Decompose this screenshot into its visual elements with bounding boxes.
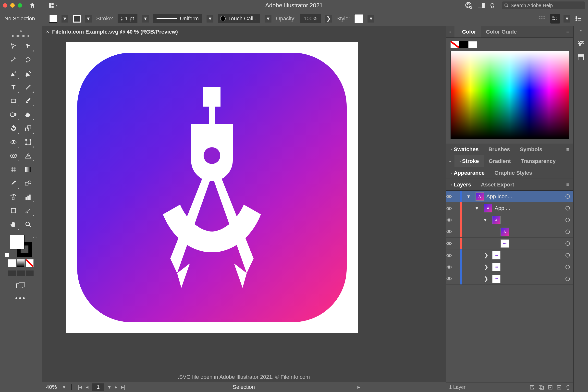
slice-tool[interactable] [21,204,36,218]
brush-definition-menu[interactable]: ▾ [264,15,272,22]
user-account-icon[interactable] [465,2,472,9]
last-artboard-button[interactable]: ▸| [121,384,126,390]
fill-stroke-control[interactable]: ⤺ [10,235,32,257]
swap-fill-stroke-icon[interactable]: ⤺ [32,234,37,240]
eraser-tool[interactable] [21,108,36,122]
draw-inside[interactable] [26,270,34,276]
stroke-weight-stepper[interactable]: ▴▾ [121,16,122,21]
visibility-toggle[interactable] [446,218,458,222]
layer-row[interactable]: ❯••• [446,250,573,261]
visibility-toggle[interactable] [446,253,458,258]
eyedropper-tool[interactable] [6,176,21,190]
tab-stroke[interactable]: Stroke [454,155,484,167]
layer-row[interactable]: ▾A [446,214,573,226]
scale-tool[interactable] [21,122,36,135]
color-panel-menu[interactable]: ≡ [562,29,573,35]
make-clipping-mask-button[interactable] [538,385,544,390]
rotate-tool[interactable] [6,122,21,135]
column-graph-tool[interactable] [21,190,36,204]
tab-appearance[interactable]: Appearance [446,167,490,178]
document-tab[interactable]: × FileInfo.com Example.svg @ 40 % (RGB/P… [42,26,446,38]
canvas[interactable]: .SVG file open in Adobe Illustrator 2021… [42,38,446,382]
stroke-weight-menu[interactable]: ▾ [142,15,149,22]
tab-graphic-styles[interactable]: Graphic Styles [490,167,537,178]
layer-name[interactable]: App Icon... [486,193,563,200]
opacity-menu[interactable]: ❯ [325,15,332,22]
gradient-tool[interactable] [21,163,36,176]
tab-layers[interactable]: Layers [446,179,476,190]
layer-disclosure[interactable]: ❯ [484,276,490,282]
shaper-tool[interactable] [6,108,21,122]
opacity-input[interactable]: 100% [300,14,321,23]
zoom-tool[interactable] [21,218,36,231]
prev-artboard-button[interactable]: ◂ [86,384,88,390]
layer-disclosure[interactable]: ❯ [484,252,490,258]
minimize-window-button[interactable] [10,3,15,8]
layer-disclosure[interactable]: ❯ [484,264,490,270]
dock-expand-button[interactable]: » [580,28,582,33]
color-swatch-black[interactable] [460,41,468,48]
layer-target[interactable] [566,253,570,258]
magic-wand-tool[interactable] [6,53,21,67]
layer-row[interactable]: ❯••• [446,261,573,273]
curvature-tool[interactable] [21,67,36,80]
visibility-toggle[interactable] [446,230,458,234]
transform-panel-icon[interactable] [550,14,560,24]
color-swatch-white[interactable] [468,41,477,48]
layer-disclosure[interactable]: ▾ [484,217,490,223]
fill-swatch[interactable] [49,15,57,22]
layer-target[interactable] [566,218,570,222]
artboard-number-input[interactable]: 1 [92,384,104,391]
edit-toolbar-button[interactable]: ••• [15,294,26,302]
tab-asset-export[interactable]: Asset Export [476,179,519,190]
layer-target[interactable] [566,241,570,246]
toolbar-collapse-button[interactable]: « [0,28,42,34]
transform-panel-menu[interactable]: ▾ [564,15,570,22]
lasso-tool[interactable] [21,53,36,67]
layer-row[interactable]: A [446,226,573,238]
default-fill-stroke-icon[interactable] [5,253,9,257]
status-menu-button[interactable]: ▸ [358,384,360,390]
pen-tool[interactable] [6,67,21,80]
draw-behind[interactable] [17,270,25,276]
visibility-toggle[interactable] [446,194,458,199]
create-new-layer-button[interactable] [557,385,562,390]
color-mode-gradient[interactable] [17,259,25,267]
color-mode-solid[interactable] [8,259,16,267]
layer-disclosure[interactable]: ▾ [467,193,473,200]
default-fill-swatch[interactable] [10,235,24,250]
delete-layer-button[interactable] [566,385,570,390]
layer-row[interactable]: ▾AApp Icon... [446,190,573,202]
panel-options-icon[interactable] [574,14,584,24]
libraries-panel-icon[interactable] [578,54,584,61]
color-swatch-none[interactable] [450,41,460,48]
visibility-toggle[interactable] [446,265,458,269]
hand-tool[interactable] [6,218,21,231]
graphic-style-swatch[interactable] [354,14,363,23]
tab-swatches[interactable]: Swatches [446,144,484,155]
color-panel-collapse[interactable]: « [446,30,454,34]
fill-swatch-menu[interactable]: ▾ [62,15,68,22]
visibility-toggle[interactable] [446,241,458,246]
tab-color-guide[interactable]: Color Guide [481,26,522,38]
line-segment-tool[interactable] [21,80,36,94]
stroke-panel-collapse[interactable]: « [446,159,454,164]
color-spectrum[interactable] [450,51,569,139]
shape-builder-tool[interactable] [6,149,21,163]
width-tool[interactable] [6,135,21,149]
graphic-style-menu[interactable]: ▾ [368,15,374,22]
mesh-tool[interactable] [6,163,21,176]
workspace-switcher-icon[interactable] [478,3,484,8]
layer-target[interactable] [566,206,570,210]
selection-tool[interactable] [6,39,21,53]
brush-definition-select[interactable]: Touch Call... [218,14,260,23]
screen-mode-button[interactable] [16,282,26,290]
perspective-grid-tool[interactable] [21,149,36,163]
blend-tool[interactable] [21,176,36,190]
close-tab-button[interactable]: × [46,29,49,35]
toolbar-gripper[interactable] [12,35,30,37]
align-panel-icon[interactable] [537,14,547,24]
stroke-weight-input[interactable]: ▴▾ 1 pt [118,14,138,23]
layer-row[interactable]: ▾AApp ... [446,202,573,214]
type-tool[interactable] [6,80,21,94]
